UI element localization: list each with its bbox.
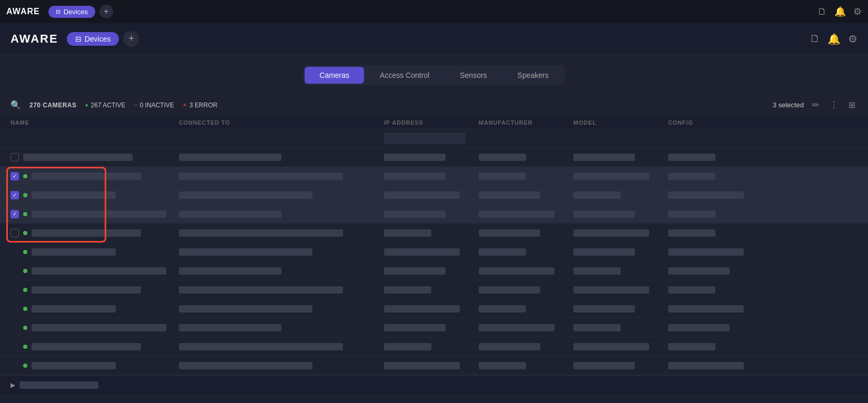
checkmark-icon: ✓ — [13, 192, 17, 198]
category-tabs-container: Cameras Access Control Sensors Speakers — [0, 65, 868, 85]
table-row[interactable] — [0, 356, 868, 375]
menu-button[interactable]: ⋮ — [827, 98, 840, 112]
error-count: 3 ERROR — [189, 102, 217, 109]
name-bar — [32, 173, 141, 180]
search-button[interactable]: 🔍 — [11, 100, 21, 110]
config-bar — [668, 305, 744, 313]
table-row[interactable] — [0, 261, 868, 280]
table-row[interactable] — [0, 148, 868, 167]
row-checkbox[interactable] — [11, 153, 19, 162]
ip-bar — [384, 229, 431, 237]
table-row[interactable] — [0, 224, 868, 243]
main-content: Cameras Access Control Sensors Speakers … — [0, 55, 868, 394]
app-logo-small: AWARE — [6, 7, 40, 16]
row-checkbox[interactable]: ✓ — [11, 191, 19, 199]
row-checkbox[interactable]: ✓ — [11, 172, 19, 180]
name-bar — [32, 210, 166, 218]
table-row[interactable] — [0, 280, 868, 299]
header-actions: 🗋 🔔 ⚙ — [810, 33, 857, 45]
mfr-bar — [479, 173, 526, 180]
table-rows-wrapper: ✓ ✓ — [0, 148, 868, 375]
ip-bar — [384, 343, 431, 350]
ip-search-cell — [384, 133, 479, 144]
row-checkbox[interactable]: ✓ — [11, 210, 19, 218]
row-name-cell — [11, 229, 179, 237]
inactive-count: 0 INACTIVE — [140, 102, 174, 109]
browser-tab-label: Devices — [64, 8, 88, 16]
status-dot — [23, 345, 27, 349]
inactive-stat: ○ 0 INACTIVE — [134, 102, 174, 109]
connected-bar — [179, 248, 312, 256]
devices-table: NAME CONNECTED TO IP ADDRESS MANUFACTURE… — [0, 116, 868, 394]
mfr-bar — [479, 192, 540, 199]
row-name-cell — [11, 362, 179, 369]
col-name: NAME — [11, 119, 179, 126]
config-bar — [668, 173, 715, 180]
name-bar — [32, 229, 141, 237]
name-bar — [32, 286, 141, 294]
name-bar — [23, 154, 133, 161]
add-tab-button[interactable]: + — [99, 5, 113, 18]
connected-bar — [179, 173, 343, 180]
status-dot — [23, 288, 27, 292]
expand-arrow[interactable]: ▶ — [11, 381, 15, 389]
mfr-bar — [479, 362, 526, 369]
col-manufacturer: MANUFACTURER — [479, 119, 573, 126]
config-bar — [668, 154, 715, 161]
row-name-cell — [11, 305, 179, 313]
bell-icon[interactable]: 🔔 — [827, 33, 841, 45]
status-dot — [23, 174, 27, 178]
grid-button[interactable]: ⊞ — [846, 98, 857, 112]
row-checkbox[interactable] — [11, 229, 19, 237]
config-bar — [668, 362, 744, 369]
connected-bar — [179, 286, 343, 294]
table-row[interactable] — [0, 243, 868, 261]
connected-bar — [179, 362, 312, 369]
table-header: NAME CONNECTED TO IP ADDRESS MANUFACTURE… — [0, 116, 868, 129]
bell-icon-tab[interactable]: 🔔 — [834, 6, 846, 17]
checkmark-icon: ✓ — [13, 211, 17, 217]
edit-button[interactable]: ✏ — [810, 98, 821, 112]
table-row[interactable] — [0, 337, 868, 356]
table-row[interactable] — [0, 318, 868, 337]
model-bar — [573, 324, 621, 331]
mfr-bar — [479, 286, 540, 294]
name-bar — [32, 248, 116, 256]
settings-icon-tab[interactable]: ⚙ — [853, 6, 862, 17]
tab-cameras[interactable]: Cameras — [305, 67, 364, 84]
row-name-cell: ✓ — [11, 191, 179, 199]
add-device-button[interactable]: + — [123, 31, 139, 47]
tab-speakers[interactable]: Speakers — [503, 67, 563, 84]
row-name-cell: ✓ — [11, 210, 179, 218]
table-row[interactable]: ✓ — [0, 167, 868, 186]
mfr-bar — [479, 343, 540, 350]
model-bar — [573, 210, 635, 218]
camera-count: 270 CAMERAS — [29, 102, 77, 109]
document-icon-tab[interactable]: 🗋 — [817, 6, 827, 17]
table-row[interactable] — [0, 299, 868, 318]
browser-tab-pill[interactable]: ⊟ Devices — [48, 6, 95, 18]
mfr-bar — [479, 324, 554, 331]
table-row[interactable]: ✓ — [0, 205, 868, 224]
status-dot — [23, 250, 27, 254]
tab-access-control[interactable]: Access Control — [365, 67, 444, 84]
status-dot — [23, 269, 27, 273]
ip-search-bar — [384, 133, 466, 144]
ip-bar — [384, 210, 446, 218]
model-bar — [573, 154, 635, 161]
ip-bar — [384, 324, 446, 331]
mfr-bar — [479, 248, 526, 256]
tab-sensors[interactable]: Sensors — [445, 67, 501, 84]
model-bar — [573, 192, 621, 199]
table-row[interactable]: ✓ — [0, 186, 868, 205]
header-tab-pill[interactable]: ⊟ Devices — [67, 32, 119, 46]
filter-icon-small: ⊟ — [56, 8, 60, 15]
selected-count: 3 selected — [773, 101, 804, 109]
status-dot — [23, 307, 27, 311]
config-bar — [668, 343, 715, 350]
connected-bar — [179, 229, 343, 237]
document-icon[interactable]: 🗋 — [810, 33, 820, 45]
settings-icon[interactable]: ⚙ — [848, 33, 857, 45]
inactive-dot: ○ — [134, 102, 137, 108]
device-toolbar: 🔍 270 CAMERAS ● 267 ACTIVE ○ 0 INACTIVE … — [0, 94, 868, 116]
